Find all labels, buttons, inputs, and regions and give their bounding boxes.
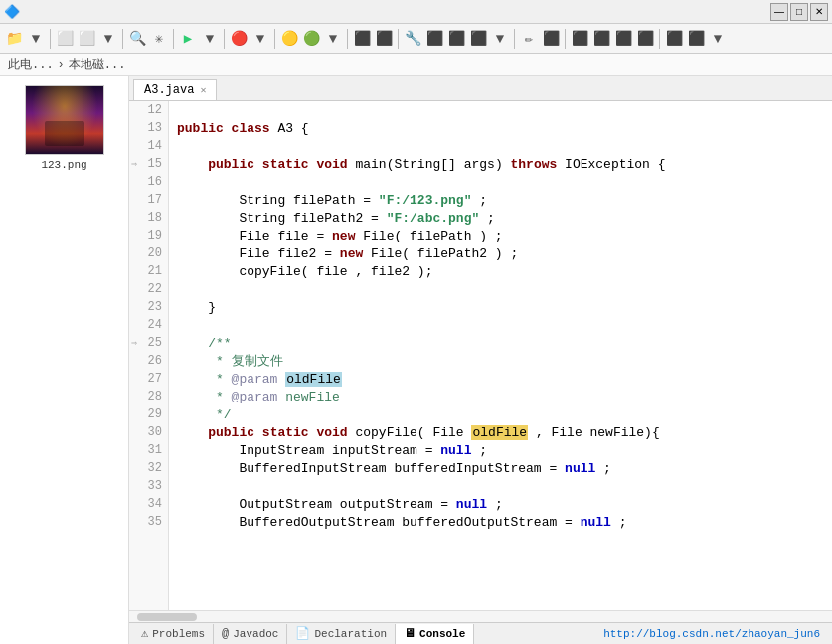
breadcrumb-part1[interactable]: 此电...: [8, 56, 54, 73]
code-line-22: [177, 280, 832, 298]
toolbar-sep-7: [398, 29, 399, 49]
toolbar-icon-3[interactable]: ⬜: [55, 29, 75, 49]
toolbar-icon-4[interactable]: ⬜: [77, 29, 96, 49]
console-icon: 🖥: [404, 626, 416, 641]
toolbar: 📁 ▼ ⬜ ⬜ ▼ 🔍 ✳ ▶ ▼ 🔴 ▼ 🟡 🟢 ▼ ⬛ ⬛ 🔧 ⬛ ⬛ ⬛ …: [0, 24, 832, 54]
toolbar-icon-6[interactable]: ▼: [200, 29, 220, 49]
toolbar-icon-10[interactable]: 🟢: [301, 29, 321, 49]
line-number-21: 21: [129, 262, 168, 280]
toolbar-icon-19[interactable]: ✏️: [519, 29, 539, 49]
code-line-33: [177, 477, 832, 495]
bottom-tab-javadoc[interactable]: @Javadoc: [214, 624, 287, 644]
line-number-20: 20: [129, 244, 168, 262]
code-content: public class A3 { public static void mai…: [169, 101, 832, 610]
bottom-tab-console[interactable]: 🖥Console: [396, 624, 474, 644]
code-line-27: * @param oldFile: [177, 370, 832, 388]
line-number-15: 15: [129, 155, 168, 173]
code-line-35: BufferedOutputStream bufferedOutputStrea…: [177, 513, 832, 531]
toolbar-icon-5[interactable]: ▼: [98, 29, 118, 49]
tab-label: A3.java: [144, 83, 194, 97]
line-number-22: 22: [129, 280, 168, 298]
toolbar-icon-11[interactable]: ▼: [323, 29, 343, 49]
line-number-12: 12: [129, 101, 168, 119]
toolbar-sep-5: [274, 29, 275, 49]
line-number-31: 31: [129, 441, 168, 459]
toolbar-icon-21[interactable]: ⬛: [570, 29, 589, 49]
toolbar-icon-9[interactable]: 🟡: [279, 29, 299, 49]
tab-close-icon[interactable]: ✕: [200, 84, 206, 96]
toolbar-icon-1[interactable]: 📁: [4, 29, 24, 49]
toolbar-icon-13[interactable]: ⬛: [374, 29, 394, 49]
toolbar-icon-22[interactable]: ⬛: [591, 29, 611, 49]
toolbar-icon-17[interactable]: ⬛: [468, 29, 488, 49]
bottom-tab-problems[interactable]: ⚠Problems: [133, 624, 214, 644]
app-icon: 🔷: [4, 4, 20, 20]
toolbar-sep-3: [173, 29, 174, 49]
toolbar-icon-16[interactable]: ⬛: [446, 29, 466, 49]
line-numbers: 1213141516171819202122232425262728293031…: [129, 101, 169, 610]
toolbar-icon-2[interactable]: ▼: [26, 29, 46, 49]
code-area[interactable]: 1213141516171819202122232425262728293031…: [129, 101, 832, 610]
code-line-13: public class A3 {: [177, 119, 832, 137]
line-number-34: 34: [129, 495, 168, 513]
line-number-25: 25: [129, 334, 168, 352]
line-number-16: 16: [129, 173, 168, 191]
close-button[interactable]: ✕: [810, 3, 828, 21]
toolbar-icon-12[interactable]: ⬛: [352, 29, 372, 49]
breadcrumb-part2[interactable]: 本地磁...: [69, 56, 126, 73]
line-number-33: 33: [129, 477, 168, 495]
toolbar-icon-18[interactable]: ▼: [490, 29, 510, 49]
toolbar-icon-25[interactable]: ⬛: [664, 29, 684, 49]
toolbar-icon-debug[interactable]: ✳: [149, 29, 169, 49]
h-scroll[interactable]: [129, 610, 832, 622]
line-number-30: 30: [129, 423, 168, 441]
code-line-30: public static void copyFile( File oldFil…: [177, 423, 832, 441]
line-number-17: 17: [129, 191, 168, 209]
toolbar-icon-run[interactable]: 🔍: [127, 29, 147, 49]
toolbar-icon-26[interactable]: ⬛: [686, 29, 706, 49]
bottom-tab-label-console: Console: [419, 628, 465, 640]
code-line-26: * 复制文件: [177, 352, 832, 370]
maximize-button[interactable]: □: [790, 3, 808, 21]
line-number-18: 18: [129, 209, 168, 227]
toolbar-sep-9: [565, 29, 566, 49]
line-number-14: 14: [129, 137, 168, 155]
problems-icon: ⚠: [141, 626, 148, 641]
toolbar-sep-8: [514, 29, 515, 49]
toolbar-icon-27[interactable]: ▼: [708, 29, 728, 49]
code-line-23: }: [177, 298, 832, 316]
toolbar-icon-8[interactable]: ▼: [250, 29, 270, 49]
line-number-27: 27: [129, 370, 168, 388]
toolbar-sep-10: [659, 29, 660, 49]
toolbar-icon-23[interactable]: ⬛: [613, 29, 633, 49]
toolbar-icon-24[interactable]: ⬛: [635, 29, 655, 49]
bottom-tab-declaration[interactable]: 📄Declaration: [287, 624, 396, 644]
toolbar-icon-20[interactable]: ⬛: [541, 29, 561, 49]
minimize-button[interactable]: —: [770, 3, 788, 21]
tab-bar: A3.java ✕: [129, 76, 832, 101]
toolbar-sep-1: [50, 29, 51, 49]
code-line-32: BufferedInputStream bufferedInputStream …: [177, 459, 832, 477]
editor-tab-a3[interactable]: A3.java ✕: [133, 79, 217, 100]
image-thumbnail[interactable]: [25, 85, 104, 155]
breadcrumb: 此电... › 本地磁...: [0, 54, 832, 76]
sidebar: 123.png: [0, 76, 129, 644]
toolbar-icon-14[interactable]: 🔧: [403, 29, 422, 49]
line-number-32: 32: [129, 459, 168, 477]
toolbar-icon-15[interactable]: ⬛: [424, 29, 444, 49]
line-number-28: 28: [129, 388, 168, 405]
line-number-29: 29: [129, 405, 168, 423]
code-line-28: * @param newFile: [177, 388, 832, 405]
h-scroll-thumb[interactable]: [137, 613, 197, 621]
toolbar-sep-4: [224, 29, 225, 49]
status-url: http://blog.csdn.net/zhaoyan_jun6: [474, 628, 828, 640]
title-bar: 🔷 — □ ✕: [0, 0, 832, 24]
code-line-12: [177, 101, 832, 119]
toolbar-icon-7[interactable]: 🔴: [229, 29, 249, 49]
bottom-tabs: ⚠Problems@Javadoc📄Declaration🖥Consolehtt…: [129, 622, 832, 644]
code-line-17: String filePath = "F:/123.png" ;: [177, 191, 832, 209]
title-bar-left: 🔷: [4, 4, 20, 20]
toolbar-icon-play[interactable]: ▶: [178, 29, 198, 49]
code-line-18: String filePath2 = "F:/abc.png" ;: [177, 209, 832, 227]
toolbar-sep-6: [347, 29, 348, 49]
